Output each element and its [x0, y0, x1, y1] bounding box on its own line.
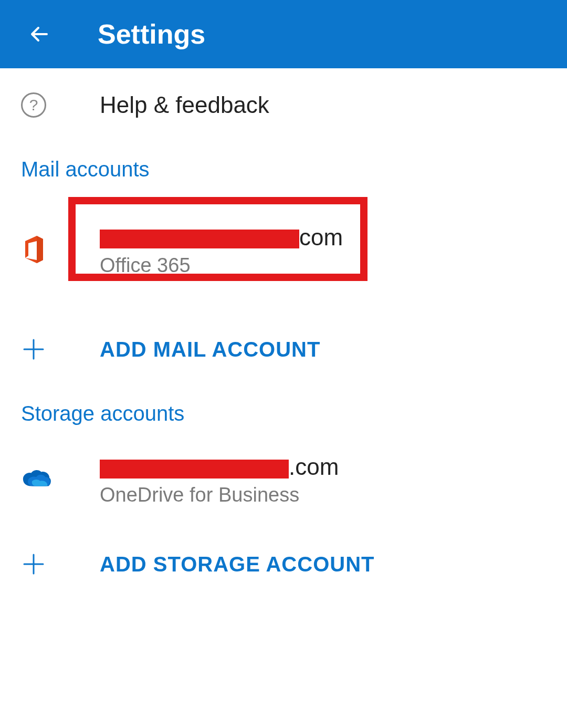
storage-account-row[interactable]: .com OneDrive for Business [0, 431, 567, 527]
mail-account-type: Office 365 [100, 254, 343, 277]
back-button[interactable] [26, 21, 52, 47]
storage-account-type: OneDrive for Business [100, 484, 339, 506]
page-title: Settings [98, 18, 205, 50]
storage-email-suffix: .com [289, 454, 339, 480]
help-icon: ? [21, 92, 52, 118]
add-storage-account-button[interactable]: ADD STORAGE ACCOUNT [0, 527, 567, 601]
question-circle-icon: ? [21, 92, 46, 118]
redaction-block [100, 460, 289, 479]
email-suffix: com [299, 224, 343, 250]
add-mail-label: ADD MAIL ACCOUNT [100, 338, 320, 361]
storage-account-email: .com [100, 452, 339, 482]
onedrive-icon [21, 469, 52, 490]
help-label: Help & feedback [100, 90, 269, 120]
office-icon [21, 235, 52, 264]
mail-account-email: com [100, 222, 343, 252]
add-storage-label: ADD STORAGE ACCOUNT [100, 553, 374, 576]
settings-content: ? Help & feedback Mail accounts com Offi… [0, 68, 567, 601]
help-feedback-row[interactable]: ? Help & feedback [0, 68, 567, 142]
redaction-block [100, 230, 299, 248]
add-mail-account-button[interactable]: ADD MAIL ACCOUNT [0, 313, 567, 386]
mail-accounts-header: Mail accounts [0, 142, 567, 186]
onedrive-cloud-icon [21, 469, 52, 490]
mail-account-row[interactable]: com Office 365 [0, 186, 567, 313]
office-logo-icon [21, 235, 46, 264]
storage-accounts-header: Storage accounts [0, 386, 567, 431]
plus-icon [21, 552, 52, 577]
app-header: Settings [0, 0, 567, 68]
arrow-left-icon [27, 22, 52, 47]
plus-icon [21, 337, 52, 362]
